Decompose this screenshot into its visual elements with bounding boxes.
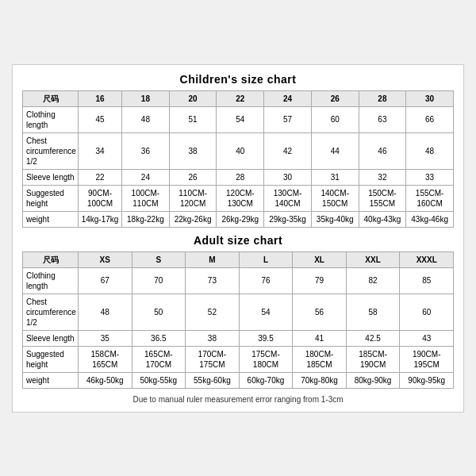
row-value: 31 [311, 169, 359, 185]
row-value: 46 [359, 132, 406, 169]
children-header-cell: 尺码 [23, 90, 79, 106]
row-label: Chest circumference 1/2 [23, 132, 79, 169]
row-value: 90CM-100CM [79, 185, 122, 211]
row-value: 55kg-60kg [186, 372, 240, 388]
row-value: 30 [264, 169, 312, 185]
row-value: 38 [186, 330, 240, 346]
row-value: 57 [264, 106, 312, 132]
row-value: 60kg-70kg [239, 372, 293, 388]
row-value: 14kg-17kg [79, 211, 122, 227]
table-row: Clothing length67707376798285 [23, 267, 454, 294]
row-value: 82 [346, 267, 400, 294]
row-value: 34 [79, 132, 122, 169]
row-value: 35kg-40kg [311, 211, 359, 227]
row-label: Sleeve length [23, 330, 79, 346]
table-row: weight14kg-17kg18kg-22kg22kg-26kg26kg-29… [23, 211, 454, 227]
row-value: 76 [239, 267, 293, 294]
row-value: 24 [122, 169, 170, 185]
adult-header-cell: XL [293, 251, 347, 267]
row-value: 33 [406, 169, 454, 185]
row-value: 40kg-43kg [359, 211, 406, 227]
children-header-cell: 24 [264, 90, 312, 106]
row-value: 41 [293, 330, 347, 346]
row-value: 158CM-165CM [79, 346, 132, 372]
row-value: 26kg-29kg [217, 211, 264, 227]
row-value: 18kg-22kg [122, 211, 170, 227]
row-value: 39.5 [239, 330, 293, 346]
row-value: 130CM-140CM [264, 185, 312, 211]
row-value: 35 [79, 330, 132, 346]
row-value: 43 [400, 330, 454, 346]
row-value: 60 [400, 294, 454, 330]
row-value: 40 [217, 132, 264, 169]
row-value: 50kg-55kg [132, 372, 186, 388]
adult-header-cell: L [239, 251, 293, 267]
row-value: 43kg-46kg [406, 211, 454, 227]
table-row: Sleeve length3536.53839.54142.543 [23, 330, 454, 346]
children-header-cell: 18 [122, 90, 170, 106]
row-value: 48 [406, 132, 454, 169]
row-value: 66 [406, 106, 454, 132]
adult-chart-title: Adult size chart [22, 234, 454, 247]
table-row: Suggested height90CM-100CM100CM-110CM110… [23, 185, 454, 211]
children-header-cell: 20 [169, 90, 217, 106]
children-header-cell: 16 [79, 90, 122, 106]
row-label: weight [23, 211, 79, 227]
row-value: 70 [132, 267, 186, 294]
row-value: 54 [217, 106, 264, 132]
row-value: 44 [311, 132, 359, 169]
table-row: Chest circumference 1/248505254565860 [23, 294, 454, 330]
row-value: 50 [132, 294, 186, 330]
adult-header-cell: XXL [346, 251, 400, 267]
row-value: 36.5 [132, 330, 186, 346]
row-value: 100CM-110CM [122, 185, 170, 211]
table-row: Suggested height158CM-165CM165CM-170CM17… [23, 346, 454, 372]
row-label: Sleeve length [23, 169, 79, 185]
adult-header-cell: XXXL [400, 251, 454, 267]
row-value: 26 [169, 169, 217, 185]
row-label: weight [23, 372, 79, 388]
row-label: Suggested height [23, 346, 79, 372]
row-label: Clothing length [23, 267, 79, 294]
row-value: 51 [169, 106, 217, 132]
row-value: 140CM-150CM [311, 185, 359, 211]
row-value: 48 [122, 106, 170, 132]
adult-size-table: 尺码XSSMLXLXXLXXXL Clothing length67707376… [22, 251, 454, 389]
row-value: 38 [169, 132, 217, 169]
row-value: 29kg-35kg [264, 211, 312, 227]
row-value: 52 [186, 294, 240, 330]
row-value: 60 [311, 106, 359, 132]
row-value: 28 [217, 169, 264, 185]
table-row: Sleeve length2224262830313233 [23, 169, 454, 185]
row-value: 110CM-120CM [169, 185, 217, 211]
row-value: 45 [79, 106, 122, 132]
row-value: 80kg-90kg [346, 372, 400, 388]
row-value: 79 [293, 267, 347, 294]
row-value: 32 [359, 169, 406, 185]
row-value: 90kg-95kg [400, 372, 454, 388]
row-value: 175CM-180CM [239, 346, 293, 372]
children-chart-title: Children's size chart [22, 73, 454, 86]
row-value: 170CM-175CM [186, 346, 240, 372]
size-chart-container: Children's size chart 尺码1618202224262830… [12, 64, 464, 413]
row-value: 120CM-130CM [217, 185, 264, 211]
table-row: Chest circumference 1/23436384042444648 [23, 132, 454, 169]
row-value: 70kg-80kg [293, 372, 347, 388]
row-value: 48 [79, 294, 132, 330]
adult-header-cell: XS [79, 251, 132, 267]
row-value: 56 [293, 294, 347, 330]
row-value: 155CM-160CM [406, 185, 454, 211]
adult-header-cell: S [132, 251, 186, 267]
row-value: 42.5 [346, 330, 400, 346]
adult-header-cell: M [186, 251, 240, 267]
table-row: Clothing length4548515457606366 [23, 106, 454, 132]
table-row: weight46kg-50kg50kg-55kg55kg-60kg60kg-70… [23, 372, 454, 388]
row-value: 190CM-195CM [400, 346, 454, 372]
row-label: Suggested height [23, 185, 79, 211]
row-value: 22 [79, 169, 122, 185]
row-value: 150CM-155CM [359, 185, 406, 211]
row-value: 185CM-190CM [346, 346, 400, 372]
children-size-table: 尺码1618202224262830 Clothing length454851… [22, 90, 454, 228]
adult-header-cell: 尺码 [23, 251, 79, 267]
row-value: 63 [359, 106, 406, 132]
